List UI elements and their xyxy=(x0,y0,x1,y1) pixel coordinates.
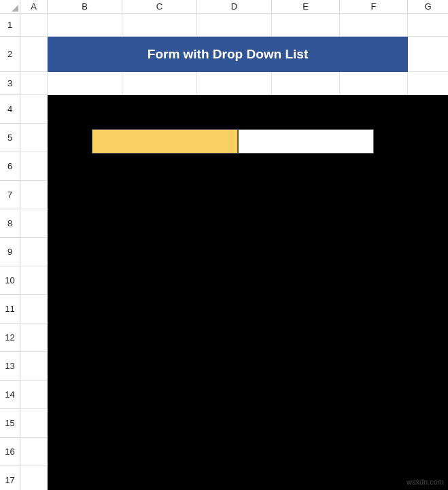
cell-a17[interactable] xyxy=(20,466,48,490)
cell-a3[interactable] xyxy=(20,72,48,95)
cell-d3[interactable] xyxy=(197,72,272,95)
row-header-13[interactable]: 13 xyxy=(0,352,20,381)
cell-a10[interactable] xyxy=(20,266,48,295)
cell-b3[interactable] xyxy=(48,72,122,95)
spreadsheet-grid: A B C D E F G 1 2 Form with Drop Down Li… xyxy=(0,0,448,490)
cell-d1[interactable] xyxy=(197,14,272,37)
row-header-5[interactable]: 5 xyxy=(0,124,20,152)
col-header-f[interactable]: F xyxy=(340,0,408,14)
row-header-3[interactable]: 3 xyxy=(0,72,20,95)
row-header-12[interactable]: 12 xyxy=(0,323,20,352)
form-dropdown-input[interactable] xyxy=(238,129,374,154)
row-header-14[interactable]: 14 xyxy=(0,381,20,409)
row-header-7[interactable]: 7 xyxy=(0,181,20,209)
col-header-g[interactable]: G xyxy=(408,0,448,14)
select-all-corner[interactable] xyxy=(0,0,20,14)
cell-a1[interactable] xyxy=(20,14,48,37)
row-header-10[interactable]: 10 xyxy=(0,266,20,295)
form-panel xyxy=(48,95,448,490)
col-header-a[interactable]: A xyxy=(20,0,48,14)
form-title: Form with Drop Down List xyxy=(48,37,408,72)
col-header-d[interactable]: D xyxy=(197,0,272,14)
watermark-text: wsxdn.com xyxy=(407,478,444,486)
cell-e1[interactable] xyxy=(272,14,340,37)
cell-c1[interactable] xyxy=(122,14,197,37)
cell-a11[interactable] xyxy=(20,295,48,323)
row-header-17[interactable]: 17 xyxy=(0,466,20,490)
cell-g2[interactable] xyxy=(408,37,448,72)
cell-a4[interactable] xyxy=(20,95,48,124)
col-header-e[interactable]: E xyxy=(272,0,340,14)
row-header-15[interactable]: 15 xyxy=(0,409,20,438)
row-header-9[interactable]: 9 xyxy=(0,238,20,266)
cell-a15[interactable] xyxy=(20,409,48,438)
cell-a5[interactable] xyxy=(20,124,48,152)
col-header-b[interactable]: B xyxy=(48,0,122,14)
row-header-4[interactable]: 4 xyxy=(0,95,20,124)
row-header-1[interactable]: 1 xyxy=(0,14,20,37)
cell-a14[interactable] xyxy=(20,381,48,409)
form-label-field[interactable] xyxy=(92,129,238,154)
cell-a2[interactable] xyxy=(20,37,48,72)
cell-c3[interactable] xyxy=(122,72,197,95)
cell-a8[interactable] xyxy=(20,209,48,238)
cell-e3[interactable] xyxy=(272,72,340,95)
row-header-16[interactable]: 16 xyxy=(0,438,20,466)
cell-f1[interactable] xyxy=(340,14,408,37)
cell-a13[interactable] xyxy=(20,352,48,381)
row-header-11[interactable]: 11 xyxy=(0,295,20,323)
col-header-c[interactable]: C xyxy=(122,0,197,14)
cell-a9[interactable] xyxy=(20,238,48,266)
cell-b1[interactable] xyxy=(48,14,122,37)
row-header-6[interactable]: 6 xyxy=(0,152,20,181)
row-header-8[interactable]: 8 xyxy=(0,209,20,238)
cell-f3[interactable] xyxy=(340,72,408,95)
cell-a16[interactable] xyxy=(20,438,48,466)
cell-a12[interactable] xyxy=(20,323,48,352)
cell-a6[interactable] xyxy=(20,152,48,181)
cell-g1[interactable] xyxy=(408,14,448,37)
cell-a7[interactable] xyxy=(20,181,48,209)
row-header-2[interactable]: 2 xyxy=(0,37,20,72)
cell-g3[interactable] xyxy=(408,72,448,95)
